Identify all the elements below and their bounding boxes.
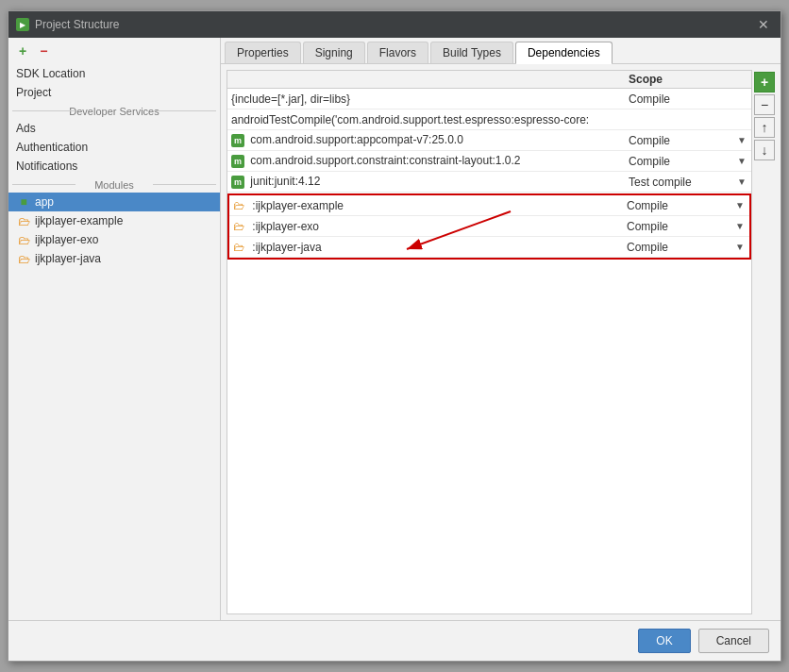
sidebar-item-label: ijkplayer-exo <box>35 233 98 246</box>
add-dependency-button[interactable]: + <box>754 72 775 92</box>
dep-dropdown[interactable]: ▼ <box>730 200 749 210</box>
sidebar-item-app[interactable]: ■ app <box>8 193 220 211</box>
table-row[interactable]: m com.android.support.constraint:constra… <box>227 151 751 172</box>
dep-name: androidTestCompile('com.android.support.… <box>227 113 629 126</box>
sidebar-item-label: Authentication <box>16 141 88 154</box>
table-row[interactable]: m com.android.support:appcompat-v7:25.0.… <box>227 130 751 151</box>
dep-scope: Compile <box>627 199 730 212</box>
tab-flavors[interactable]: Flavors <box>367 42 428 63</box>
dep-dropdown[interactable]: ▼ <box>732 135 751 145</box>
table-row[interactable]: m junit:junit:4.12 Test compile ▼ <box>227 172 751 193</box>
sidebar-item-notifications[interactable]: Notifications <box>8 157 220 176</box>
move-up-button[interactable]: ↑ <box>754 117 775 138</box>
module-deps-section: 🗁 :ijkplayer-example Compile ▼ <box>227 193 751 260</box>
sidebar-item-label: app <box>35 195 54 209</box>
scope-dropdown-button[interactable]: ▼ <box>737 176 747 187</box>
dep-table-wrapper: {include=[*.jar], dir=libs} Compile andr… <box>227 89 751 613</box>
dep-dropdown[interactable]: ▼ <box>730 242 749 252</box>
tab-properties[interactable]: Properties <box>225 42 301 63</box>
dep-scope: Compile <box>629 92 732 106</box>
main-content: Properties Signing Flavors Build Types D… <box>221 38 781 620</box>
sidebar-item-ijkplayer-example[interactable]: 🗁 ijkplayer-example <box>8 211 220 230</box>
folder-icon: 🗁 <box>233 241 246 254</box>
tab-dependencies[interactable]: Dependencies <box>515 42 613 64</box>
folder-icon: 🗁 <box>16 214 31 227</box>
tab-signing[interactable]: Signing <box>303 42 365 63</box>
dep-name: 🗁 :ijkplayer-java <box>229 241 627 254</box>
sidebar-item-authentication[interactable]: Authentication <box>8 138 220 157</box>
table-row[interactable]: {include=[*.jar], dir=libs} Compile <box>227 89 751 109</box>
scope-dropdown-button[interactable]: ▼ <box>737 135 747 145</box>
module-icon: ■ <box>16 195 31 209</box>
tabs-bar: Properties Signing Flavors Build Types D… <box>221 38 781 64</box>
sidebar: + − SDK Location Project Developer Servi… <box>8 38 221 620</box>
remove-dependency-button[interactable]: − <box>754 94 775 115</box>
dep-name: m junit:junit:4.12 <box>227 175 629 189</box>
dep-scope: Test compile <box>629 176 732 189</box>
scope-dropdown-button[interactable]: ▼ <box>735 242 745 252</box>
sidebar-item-label: SDK Location <box>16 67 85 80</box>
dep-name: m com.android.support.constraint:constra… <box>227 154 629 168</box>
sidebar-item-project[interactable]: Project <box>8 83 220 102</box>
module-icon-m: m <box>231 155 244 168</box>
dep-name: m com.android.support:appcompat-v7:25.0.… <box>227 133 629 147</box>
module-icon-m: m <box>231 134 244 147</box>
dep-scope: Compile <box>629 134 732 147</box>
dep-scope: Compile <box>627 220 730 233</box>
dep-name: 🗁 :ijkplayer-exo <box>229 220 627 233</box>
sidebar-item-sdk-location[interactable]: SDK Location <box>8 64 220 83</box>
folder-icon: 🗁 <box>233 220 246 233</box>
dep-name: {include=[*.jar], dir=libs} <box>227 92 629 106</box>
sidebar-item-label: ijkplayer-java <box>35 252 101 265</box>
dep-table-container: Scope {include=[*.jar], dir=libs} Compil… <box>227 70 752 614</box>
dep-name: 🗁 :ijkplayer-example <box>229 199 627 212</box>
close-button[interactable]: ✕ <box>754 17 773 32</box>
sidebar-item-label: ijkplayer-example <box>35 214 123 227</box>
dialog-body: + − SDK Location Project Developer Servi… <box>8 38 781 620</box>
move-down-button[interactable]: ↓ <box>754 140 775 160</box>
tab-build-types[interactable]: Build Types <box>430 42 513 63</box>
app-icon: ▶ <box>16 18 29 31</box>
remove-module-button[interactable]: − <box>35 42 52 60</box>
sidebar-item-label: Project <box>16 86 51 99</box>
folder-icon: 🗁 <box>16 252 31 265</box>
dialog-title: Project Structure <box>35 18 119 31</box>
scope-dropdown-button[interactable]: ▼ <box>737 156 747 166</box>
folder-icon: 🗁 <box>16 233 31 246</box>
sidebar-toolbar: + − <box>8 38 220 64</box>
ok-button[interactable]: OK <box>638 629 690 653</box>
dep-scope: Compile <box>627 241 730 254</box>
module-icon-m: m <box>231 176 244 189</box>
modules-section: Modules <box>8 176 220 193</box>
table-row[interactable]: 🗁 :ijkplayer-exo Compile ▼ <box>229 216 749 237</box>
table-row[interactable]: 🗁 :ijkplayer-example Compile ▼ <box>229 195 749 216</box>
dep-scope-header: Scope <box>629 73 732 86</box>
scope-dropdown-button[interactable]: ▼ <box>735 200 745 210</box>
table-row[interactable]: 🗁 :ijkplayer-java Compile ▼ <box>229 237 749 258</box>
cancel-button[interactable]: Cancel <box>698 629 769 653</box>
dep-table-header: Scope <box>227 71 751 89</box>
dep-dropdown[interactable]: ▼ <box>730 221 749 231</box>
dialog-footer: OK Cancel <box>8 620 781 661</box>
dep-scope: Compile <box>629 155 732 168</box>
add-module-button[interactable]: + <box>14 42 31 60</box>
sidebar-item-ads[interactable]: Ads <box>8 119 220 138</box>
sidebar-item-label: Ads <box>16 122 36 135</box>
developer-services-section: Developer Services <box>8 102 220 119</box>
dep-dropdown[interactable]: ▼ <box>732 176 751 187</box>
sidebar-item-ijkplayer-java[interactable]: 🗁 ijkplayer-java <box>8 249 220 268</box>
dep-dropdown[interactable]: ▼ <box>732 156 751 166</box>
dep-area-inner: Scope {include=[*.jar], dir=libs} Compil… <box>227 70 775 614</box>
table-row[interactable]: androidTestCompile('com.android.support.… <box>227 109 751 130</box>
project-structure-dialog: ▶ Project Structure ✕ + − SDK Location P… <box>8 10 781 662</box>
dependencies-area: Scope {include=[*.jar], dir=libs} Compil… <box>221 64 781 620</box>
title-bar-left: ▶ Project Structure <box>16 18 119 31</box>
sidebar-item-ijkplayer-exo[interactable]: 🗁 ijkplayer-exo <box>8 230 220 249</box>
right-actions: + − ↑ ↓ <box>752 70 775 614</box>
folder-icon: 🗁 <box>233 199 246 212</box>
scope-dropdown-button[interactable]: ▼ <box>735 221 745 231</box>
sidebar-item-label: Notifications <box>16 160 77 173</box>
title-bar: ▶ Project Structure ✕ <box>8 11 781 38</box>
